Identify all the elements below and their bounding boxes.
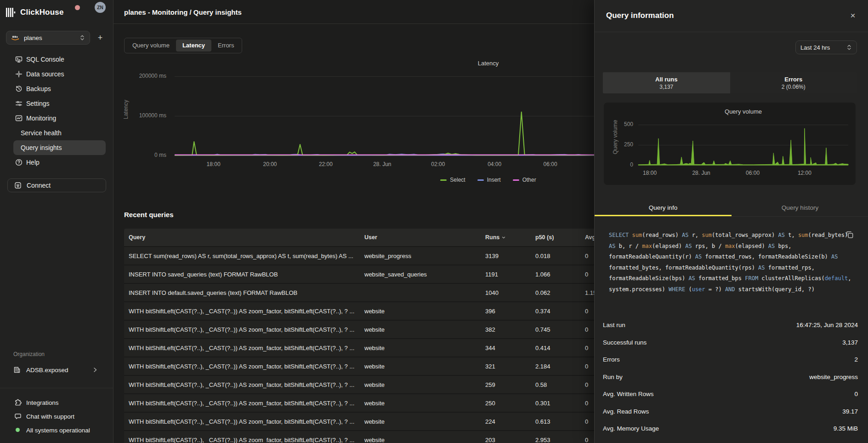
p50-cell: 2.953: [531, 437, 580, 443]
p50-cell: 0.301: [531, 400, 580, 407]
brand-logo[interactable]: ClickHouse: [6, 6, 108, 19]
segment-all-runs[interactable]: All runs3,137: [603, 72, 730, 93]
service-selector[interactable]: planes: [6, 31, 90, 45]
x-axis-tick-label: 18:00: [199, 161, 228, 167]
notification-dot[interactable]: [75, 5, 80, 10]
segment-value: 3,137: [659, 84, 673, 90]
stat-label: Run by: [603, 374, 623, 380]
segment-label: Errors: [784, 76, 802, 83]
stat-label: Last run: [603, 322, 625, 328]
chat-icon: [14, 413, 22, 420]
sidebar-footer-chat-with-support[interactable]: Chat with support: [0, 409, 113, 423]
column-header-runs[interactable]: Runs: [481, 234, 531, 241]
stat-value: 2: [854, 356, 858, 363]
avatar[interactable]: ZN: [95, 2, 106, 13]
integrations-icon: [14, 399, 22, 406]
stat-label: Avg. Memory Usage: [603, 425, 659, 432]
query-cell: INSERT INTO default.saved_queries (text)…: [124, 289, 360, 296]
query-cell: WITH bitShiftLeft(CAST(?..), _CAST(?..))…: [124, 437, 360, 443]
x-axis-tick-label: 06:00: [536, 161, 565, 167]
y-axis-tick-label: 0 ms: [113, 152, 166, 158]
column-header-p50-s-[interactable]: p50 (s): [531, 234, 580, 241]
user-cell: website: [360, 400, 481, 407]
stat-row-p50-latency: p50 latency0.018s: [603, 437, 858, 443]
clickhouse-logo-icon: [6, 8, 16, 17]
legend-item-select[interactable]: Select: [440, 177, 465, 183]
service-name: planes: [24, 35, 79, 41]
sidebar-item-label: Data sources: [26, 70, 64, 78]
legend-swatch: [513, 179, 519, 181]
query-cell: WITH bitShiftLeft(CAST(?..), _CAST(?..))…: [124, 308, 360, 315]
user-cell: website: [360, 308, 481, 315]
panel-title: Query information: [606, 11, 674, 20]
user-cell: website_saved_queries: [360, 271, 481, 278]
query-cell: WITH bitShiftLeft(CAST(?..), _CAST(?..))…: [124, 400, 360, 407]
chart-tabs: Query volumeLatencyErrors: [124, 38, 242, 53]
settings-icon: [15, 100, 23, 107]
sidebar-item-service-health[interactable]: Service health: [13, 126, 106, 140]
user-cell: website: [360, 418, 481, 425]
recent-queries-title: Recent queries: [124, 211, 174, 219]
time-range-selector[interactable]: Last 24 hrs: [795, 40, 857, 54]
stat-label: Avg. Read Rows: [603, 408, 649, 415]
panel-tab-query-history[interactable]: Query history: [732, 200, 868, 216]
query_volume-plot[interactable]: [638, 109, 848, 165]
column-header-user[interactable]: User: [360, 234, 481, 241]
sidebar-item-sql-console[interactable]: SQL Console: [0, 52, 113, 67]
query-cell: WITH bitShiftLeft(CAST(?..), _CAST(?..))…: [124, 345, 360, 351]
stat-value: 0: [854, 391, 858, 397]
x-axis-tick-label: 02:00: [423, 161, 453, 167]
stat-value: 9.35 MiB: [834, 425, 858, 432]
sidebar-item-settings[interactable]: Settings: [0, 96, 113, 111]
p50-cell: 0.374: [531, 308, 580, 315]
x-axis-tick-label: 06:00: [738, 170, 767, 176]
y-axis-label: Latency: [123, 100, 129, 119]
segment-errors[interactable]: Errors2 (0.06%): [730, 72, 857, 93]
connect-label: Connect: [27, 182, 51, 189]
user-cell: website: [360, 381, 481, 388]
sql-console-icon: [15, 56, 23, 63]
query-cell: WITH bitShiftLeft(CAST(?..), _CAST(?..))…: [124, 418, 360, 425]
legend-item-other[interactable]: Other: [513, 177, 536, 183]
x-axis-tick-label: 20:00: [255, 161, 284, 167]
stat-value: 16:47:25, Jun 28 2024: [796, 322, 858, 328]
copy-icon[interactable]: [845, 230, 854, 239]
sidebar-item-query-insights[interactable]: Query insights: [13, 140, 106, 155]
panel-tab-query-info[interactable]: Query info: [595, 200, 732, 216]
sidebar-item-label: SQL Console: [26, 56, 64, 63]
sort-desc-icon: [501, 235, 506, 240]
sidebar-footer-integrations[interactable]: Integrations: [0, 396, 113, 409]
sidebar-item-label: Service health: [21, 129, 62, 137]
column-header-query[interactable]: Query: [124, 234, 360, 241]
organization-item[interactable]: ADSB.exposed: [0, 362, 113, 377]
segment-label: All runs: [655, 76, 677, 83]
x-axis-tick-label: 12:00: [790, 170, 819, 176]
sidebar-item-help[interactable]: Help: [0, 155, 113, 170]
sidebar-divider: [0, 388, 113, 388]
sidebar-footer-label: Integrations: [26, 399, 59, 406]
panel-divider: [595, 32, 868, 32]
add-service-button[interactable]: +: [94, 32, 106, 44]
runs-cell: 321: [481, 363, 531, 370]
sidebar-item-data-sources[interactable]: Data sources: [0, 67, 113, 81]
legend-item-insert[interactable]: Insert: [477, 177, 501, 183]
tab-latency[interactable]: Latency: [176, 40, 211, 52]
runs-cell: 1191: [481, 271, 531, 278]
tab-errors[interactable]: Errors: [211, 40, 240, 52]
stat-row-successful-runs: Successful runs3,137: [603, 334, 858, 351]
sidebar-item-monitoring[interactable]: Monitoring: [0, 111, 113, 126]
close-icon[interactable]: ×: [846, 9, 859, 22]
page-title: planes - Monitoring / Query insights: [124, 8, 242, 16]
stat-row-avg-read-rows: Avg. Read Rows39.17: [603, 403, 858, 420]
sidebar-footer-all-systems-operational[interactable]: All systems operational: [0, 423, 113, 437]
x-axis-tick-label: 22:00: [311, 161, 340, 167]
connect-button[interactable]: Connect: [7, 178, 106, 192]
y-axis-tick-label: 200000 ms: [113, 73, 166, 79]
sidebar-item-backups[interactable]: Backups: [0, 81, 113, 96]
panel-tabs: Query infoQuery history: [595, 200, 868, 217]
segment-value: 2 (0.06%): [782, 84, 806, 90]
tab-query-volume[interactable]: Query volume: [126, 40, 176, 52]
stat-row-run-by: Run bywebsite_progress: [603, 368, 858, 386]
p50-cell: 2.184: [531, 363, 580, 370]
legend-swatch: [440, 179, 447, 181]
